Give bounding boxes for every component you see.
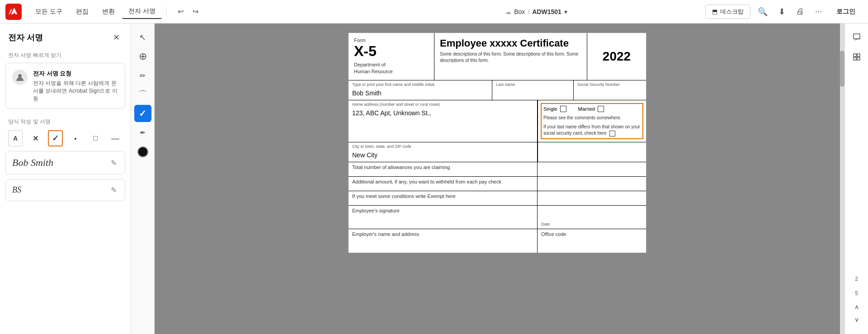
adobe-logo: [5, 4, 22, 20]
sidebar-close-button[interactable]: ✕: [110, 32, 123, 43]
form-city-cell: City or town, state, and ZIP code New Ci…: [349, 142, 538, 162]
top-right-actions: ⬒ 데스크탑 🔍 ⬇ 🖨 ··· 로그인: [705, 5, 863, 19]
esign-request-title: 전자 서명 요청: [33, 70, 118, 78]
additional-value: [538, 177, 646, 191]
desktop-icon: ⬒: [712, 8, 717, 15]
signature-card-2[interactable]: BS ✎: [5, 179, 125, 201]
rect-tool-button[interactable]: □: [88, 130, 103, 146]
svg-rect-4: [857, 57, 860, 60]
breadcrumb-service: Box: [514, 8, 525, 15]
form-address-cell: Home address (number and street or rural…: [349, 100, 538, 142]
cross-tool-button[interactable]: ✕: [28, 130, 42, 146]
esign-request-card[interactable]: 전자 서명 요청 전자 서명을 위해 다른 사람에게 문서를 보내려면 Acro…: [5, 63, 125, 109]
name-label: Type or print your first name and middle…: [352, 82, 488, 87]
signature-preview-2: BS: [12, 185, 21, 195]
breadcrumb-filename: ADW1501: [532, 8, 561, 15]
svg-rect-1: [854, 54, 856, 56]
redo-button[interactable]: ↪: [190, 5, 201, 18]
exempt-label: If you meet some conditions write Exempt…: [349, 191, 538, 205]
form-tools-label: 양식 작성 및 서명: [0, 116, 131, 130]
color-picker[interactable]: [137, 146, 148, 157]
form-header-mid: Employee xxxxx Certificate Some descript…: [434, 33, 587, 80]
city-value: New City: [352, 150, 533, 160]
signature-edit-button-1[interactable]: ✎: [109, 158, 118, 168]
arc-tool[interactable]: ⌒: [134, 86, 151, 103]
address-label: Home address (number and street or rural…: [352, 102, 533, 107]
main-layout: 전자 서명 ✕ 전자 서명 빠르게 받기 전자 서명 요청 전자 서명을 위해 …: [0, 24, 868, 334]
form-tools-row: A ✕ ✓ ● □ —: [0, 130, 131, 151]
breadcrumb-separator: /: [528, 8, 529, 15]
married-checkbox[interactable]: [598, 106, 604, 112]
dot-tool-button[interactable]: ●: [68, 130, 83, 146]
cloud-icon: ☁: [505, 8, 511, 15]
form-name-cell: Type or print your first name and middle…: [349, 80, 492, 100]
scrollbar[interactable]: [840, 24, 844, 334]
esign-request-desc: 전자 서명을 위해 다른 사람에게 문서를 보내려면 Acrobat Sign으…: [33, 80, 118, 102]
svg-rect-3: [854, 57, 856, 60]
signature-edit-button-2[interactable]: ✎: [109, 185, 118, 195]
cursor-tool[interactable]: ↖: [134, 29, 151, 46]
main-nav: 모든 도구 편집 변환 전자 서명 ↩ ↪: [29, 5, 367, 19]
avatar: [12, 70, 28, 85]
print-button[interactable]: 🖨: [793, 5, 808, 18]
scrollbar-thumb[interactable]: [840, 51, 844, 87]
page-2[interactable]: 2: [850, 273, 863, 285]
form-lastname-cell: Last name: [492, 80, 574, 100]
stamp-tool[interactable]: ✒: [134, 124, 151, 141]
download-button[interactable]: ⬇: [775, 5, 789, 19]
icon-toolbar: ↖ ⊕ ✏ ⌒ ✓ ✒: [131, 24, 155, 334]
single-checkbox[interactable]: [560, 106, 566, 112]
form-additional-row: Additional amount, if any, you want to w…: [349, 177, 646, 191]
page-nav-up[interactable]: ∧: [853, 301, 861, 312]
chat-button[interactable]: [849, 29, 865, 45]
lastname-label: Last name: [496, 82, 570, 87]
allowances-value: [538, 162, 646, 176]
login-button[interactable]: 로그인: [829, 5, 863, 19]
svg-point-0: [18, 74, 22, 78]
nav-esign[interactable]: 전자 서명: [122, 5, 162, 19]
nav-convert[interactable]: 변환: [96, 5, 121, 19]
sidebar-header: 전자 서명 ✕: [0, 24, 131, 49]
text-tool-button[interactable]: A: [8, 130, 23, 146]
single-row: Single Married: [543, 106, 641, 112]
pencil-tool[interactable]: ✏: [134, 67, 151, 84]
more-button[interactable]: ···: [811, 5, 826, 18]
form-title: Employee xxxxx Certificate: [440, 38, 581, 49]
last-name-checkbox[interactable]: [609, 131, 615, 136]
undo-redo-group: ↩ ↪: [173, 5, 201, 18]
address-value: 123, ABC Apt, Unknown St.,: [352, 108, 533, 118]
desktop-label: 데스크탑: [720, 8, 744, 16]
left-sidebar: 전자 서명 ✕ 전자 서명 빠르게 받기 전자 서명 요청 전자 서명을 위해 …: [0, 24, 131, 334]
allowances-label: Total number of allowances you are claim…: [349, 162, 538, 176]
desktop-button[interactable]: ⬒ 데스크탑: [705, 5, 750, 19]
check-tool-button[interactable]: ✓: [48, 130, 63, 146]
form-signature-row: Employee's signature Date: [349, 206, 646, 229]
form-marital-status-cell: Single Married Please see the comments s…: [538, 100, 646, 142]
last-name-check-note: If your last name differs from that show…: [543, 124, 641, 136]
form-description: Some descriptions of this form. Some des…: [440, 51, 581, 64]
search-button[interactable]: 🔍: [754, 5, 771, 19]
nav-edit[interactable]: 편집: [70, 5, 95, 19]
svg-rect-2: [857, 54, 860, 56]
add-tool[interactable]: ⊕: [134, 48, 151, 65]
right-sidebar: 2 5 ∧ ∨: [844, 24, 868, 334]
lastname-value: [496, 88, 570, 91]
page-5[interactable]: 5: [850, 287, 863, 300]
page-numbers: 2 5 ∧ ∨: [850, 269, 863, 329]
breadcrumb-dropdown[interactable]: ▾: [564, 8, 567, 15]
married-label: Married: [578, 106, 595, 112]
form-name-row: Type or print your first name and middle…: [349, 80, 646, 100]
pdf-form: Form X-5 Department of Human Resource Em…: [348, 33, 646, 253]
form-allowances-row: Total number of allowances you are claim…: [349, 162, 646, 177]
form-header-left: Form X-5 Department of Human Resource: [349, 33, 434, 80]
grid-button[interactable]: [849, 49, 865, 65]
check-form-tool[interactable]: ✓: [134, 105, 151, 122]
form-city-row: City or town, state, and ZIP code New Ci…: [349, 142, 646, 162]
undo-button[interactable]: ↩: [175, 5, 186, 18]
form-exempt-row: If you meet some conditions write Exempt…: [349, 191, 646, 206]
signature-card-1[interactable]: Bob Smith ✎: [5, 151, 125, 174]
page-nav-down[interactable]: ∨: [853, 314, 861, 325]
line-tool-button[interactable]: —: [108, 130, 123, 146]
form-city-right-cell: [538, 142, 646, 162]
nav-all-tools[interactable]: 모든 도구: [29, 5, 69, 19]
